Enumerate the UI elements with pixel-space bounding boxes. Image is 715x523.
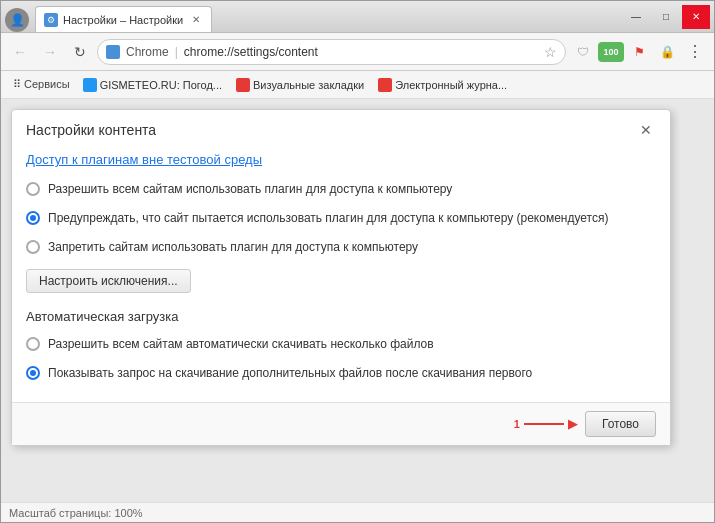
radio-item-block: Запретить сайтам использовать плагин для… — [26, 237, 656, 258]
radio-item-auto-allow: Разрешить всем сайтам автоматически скач… — [26, 334, 656, 355]
dialog-title: Настройки контента — [26, 122, 156, 138]
bookmark-visual-label: Визуальные закладки — [253, 79, 364, 91]
forward-button[interactable]: → — [37, 39, 63, 65]
address-bar[interactable]: Chrome | chrome://settings/content ☆ — [97, 39, 566, 65]
apps-label: ⠿ Сервисы — [13, 78, 70, 91]
weather-icon — [83, 78, 97, 92]
back-button[interactable]: ← — [7, 39, 33, 65]
minimize-button[interactable]: — — [622, 5, 650, 29]
dialog-body: Доступ к плагинам вне тестовой среды Раз… — [12, 146, 670, 402]
tab-close-button[interactable]: ✕ — [189, 13, 203, 27]
arrow-line — [524, 423, 564, 425]
bookmarks-bar: ⠿ Сервисы GISMETEO.RU: Погод... Визуальн… — [1, 71, 714, 99]
apps-button[interactable]: ⠿ Сервисы — [9, 76, 74, 93]
exceptions-button[interactable]: Настроить исключения... — [26, 269, 191, 293]
dialog-titlebar: Настройки контента ✕ — [12, 110, 670, 146]
menu-button[interactable]: ⋮ — [682, 39, 708, 65]
site-favicon — [106, 45, 120, 59]
status-text: Масштаб страницы: 100% — [9, 507, 143, 519]
bookmark-weather[interactable]: GISMETEO.RU: Погод... — [78, 76, 227, 94]
counter-badge: 100 — [598, 42, 624, 62]
arrow-indicator: 1 ▶ — [514, 417, 577, 431]
radio-auto-allow-label: Разрешить всем сайтам автоматически скач… — [48, 336, 434, 353]
dialog-close-button[interactable]: ✕ — [636, 120, 656, 140]
tab-title: Настройки – Настройки — [63, 14, 183, 26]
radio-item-allow: Разрешить всем сайтам использовать плаги… — [26, 179, 656, 200]
window-controls: — □ ✕ — [622, 5, 710, 29]
address-text: chrome://settings/content — [184, 45, 538, 59]
bookmark-visual[interactable]: Визуальные закладки — [231, 76, 369, 94]
radio-auto-allow[interactable] — [26, 337, 40, 351]
restore-button[interactable]: □ — [652, 5, 680, 29]
radio-item-warn: Предупреждать, что сайт пытается использ… — [26, 208, 656, 229]
done-button[interactable]: Готово — [585, 411, 656, 437]
section2-radio-group: Разрешить всем сайтам автоматически скач… — [26, 334, 656, 384]
radio-block-label: Запретить сайтам использовать плагин для… — [48, 239, 418, 256]
bookmark-school-label: Электронный журна... — [395, 79, 507, 91]
security-icon: 🔒 — [654, 39, 680, 65]
bookmarks-icon — [236, 78, 250, 92]
radio-allow-label: Разрешить всем сайтам использовать плаги… — [48, 181, 452, 198]
section1-radio-group: Разрешить всем сайтам использовать плаги… — [26, 179, 656, 257]
arrow-number: 1 — [514, 418, 520, 430]
school-icon — [378, 78, 392, 92]
browser-label: Chrome — [126, 45, 169, 59]
section1-heading[interactable]: Доступ к плагинам вне тестовой среды — [26, 152, 262, 167]
bookmark-star[interactable]: ☆ — [544, 44, 557, 60]
user-icon: 👤 — [5, 8, 29, 32]
toolbar: ← → ↻ Chrome | chrome://settings/content… — [1, 33, 714, 71]
content-area: Настройки контента ✕ Доступ к плагинам в… — [1, 99, 714, 502]
tab-area: 👤 ⚙ Настройки – Настройки ✕ — [5, 1, 622, 32]
bookmark-weather-label: GISMETEO.RU: Погод... — [100, 79, 222, 91]
settings-dialog: Настройки контента ✕ Доступ к плагинам в… — [11, 109, 671, 446]
section2-heading: Автоматическая загрузка — [26, 309, 656, 324]
flag-icon: ⚑ — [626, 39, 652, 65]
browser-window: 👤 ⚙ Настройки – Настройки ✕ — □ ✕ ← → ↻ … — [0, 0, 715, 523]
radio-warn-label: Предупреждать, что сайт пытается использ… — [48, 210, 608, 227]
statusbar: Масштаб страницы: 100% — [1, 502, 714, 522]
radio-show-prompt-label: Показывать запрос на скачивание дополнит… — [48, 365, 532, 382]
arrow-head-icon: ▶ — [568, 417, 577, 431]
close-button[interactable]: ✕ — [682, 5, 710, 29]
shield-icon: 🛡 — [570, 39, 596, 65]
dialog-footer: 1 ▶ Готово — [12, 402, 670, 445]
tab-favicon: ⚙ — [44, 13, 58, 27]
titlebar: 👤 ⚙ Настройки – Настройки ✕ — □ ✕ — [1, 1, 714, 33]
radio-show-prompt[interactable] — [26, 366, 40, 380]
bookmark-school[interactable]: Электронный журна... — [373, 76, 512, 94]
toolbar-right: 🛡 100 ⚑ 🔒 ⋮ — [570, 39, 708, 65]
radio-warn[interactable] — [26, 211, 40, 225]
radio-item-show-prompt: Показывать запрос на скачивание дополнит… — [26, 363, 656, 384]
radio-block[interactable] — [26, 240, 40, 254]
radio-allow[interactable] — [26, 182, 40, 196]
active-tab[interactable]: ⚙ Настройки – Настройки ✕ — [35, 6, 212, 32]
address-separator: | — [175, 45, 178, 59]
reload-button[interactable]: ↻ — [67, 39, 93, 65]
